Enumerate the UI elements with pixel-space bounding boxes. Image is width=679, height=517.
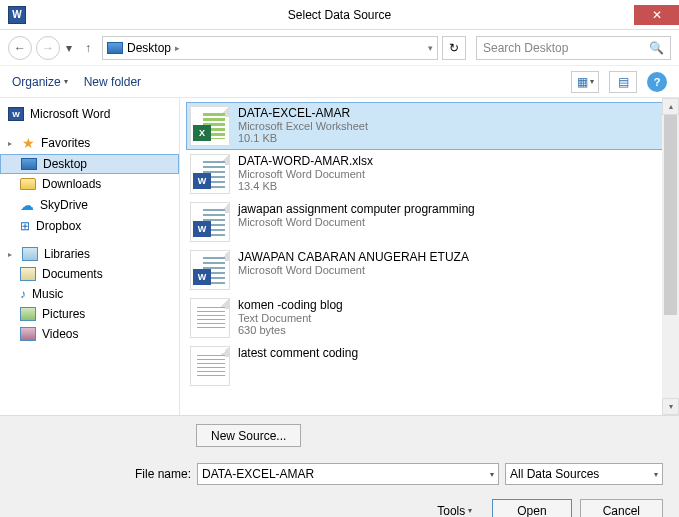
sidebar-item-label: Downloads: [42, 177, 101, 191]
txt-file-icon: [190, 298, 230, 338]
view-mode-button[interactable]: ▦ ▾: [571, 71, 599, 93]
documents-icon: [20, 267, 36, 281]
filename-value: DATA-EXCEL-AMAR: [202, 467, 314, 481]
sidebar-item-word[interactable]: W Microsoft Word: [0, 104, 179, 124]
sidebar-item-label: Microsoft Word: [30, 107, 110, 121]
sidebar-item-pictures[interactable]: Pictures: [0, 304, 179, 324]
sidebar-item-label: Music: [32, 287, 63, 301]
file-type: Microsoft Word Document: [238, 168, 373, 180]
file-name: DATA-WORD-AMAR.xlsx: [238, 154, 373, 168]
navbar: ← → ▾ ↑ Desktop ▸ ▾ ↻ Search Desktop 🔍: [0, 30, 679, 66]
videos-icon: [20, 327, 36, 341]
tools-menu[interactable]: Tools ▾: [437, 504, 472, 518]
search-input[interactable]: Search Desktop 🔍: [476, 36, 671, 60]
scrollbar[interactable]: ▴ ▾: [662, 98, 679, 415]
file-name: JAWAPAN CABARAN ANUGERAH ETUZA: [238, 250, 469, 264]
scroll-track[interactable]: [662, 115, 679, 398]
history-dropdown[interactable]: ▾: [64, 41, 74, 55]
sidebar-item-label: Videos: [42, 327, 78, 341]
sidebar-item-documents[interactable]: Documents: [0, 264, 179, 284]
filename-label: File name:: [16, 467, 191, 481]
sidebar-header-label: Libraries: [44, 247, 90, 261]
breadcrumb[interactable]: Desktop ▸ ▾: [102, 36, 438, 60]
desktop-icon: [21, 158, 37, 170]
excel-file-icon: X: [190, 106, 230, 146]
filter-value: All Data Sources: [510, 467, 599, 481]
file-item[interactable]: latest comment coding: [186, 342, 673, 390]
breadcrumb-label: Desktop: [127, 41, 171, 55]
cancel-button[interactable]: Cancel: [580, 499, 663, 517]
sidebar-item-dropbox[interactable]: ⊞ Dropbox: [0, 216, 179, 236]
scroll-thumb[interactable]: [664, 115, 677, 315]
open-button[interactable]: Open: [492, 499, 571, 517]
view-icon: ▦: [577, 75, 588, 89]
back-button[interactable]: ←: [8, 36, 32, 60]
file-item[interactable]: komen -coding blogText Document630 bytes: [186, 294, 673, 342]
chevron-down-icon[interactable]: ▾: [490, 470, 494, 479]
file-item[interactable]: XDATA-EXCEL-AMARMicrosoft Excel Workshee…: [186, 102, 673, 150]
sidebar-item-downloads[interactable]: Downloads: [0, 174, 179, 194]
file-name: komen -coding blog: [238, 298, 343, 312]
search-placeholder: Search Desktop: [483, 41, 568, 55]
titlebar: W Select Data Source ✕: [0, 0, 679, 30]
sidebar-header-label: Favorites: [41, 136, 90, 150]
file-size: 13.4 KB: [238, 180, 373, 192]
help-button[interactable]: ?: [647, 72, 667, 92]
file-type: Microsoft Word Document: [238, 264, 469, 276]
txt-file-icon: [190, 346, 230, 386]
scroll-down-button[interactable]: ▾: [662, 398, 679, 415]
collapse-icon: ▸: [8, 139, 16, 148]
sidebar-libraries-header[interactable]: ▸ Libraries: [0, 244, 179, 264]
libraries-icon: [22, 247, 38, 261]
file-type: Text Document: [238, 312, 343, 324]
collapse-icon: ▸: [8, 250, 16, 259]
organize-label: Organize: [12, 75, 61, 89]
file-name: latest comment coding: [238, 346, 358, 360]
sidebar-item-label: SkyDrive: [40, 198, 88, 212]
organize-menu[interactable]: Organize ▾: [12, 75, 68, 89]
sidebar-item-desktop[interactable]: Desktop: [0, 154, 179, 174]
sidebar-item-label: Dropbox: [36, 219, 81, 233]
file-item[interactable]: WJAWAPAN CABARAN ANUGERAH ETUZAMicrosoft…: [186, 246, 673, 294]
file-item[interactable]: WDATA-WORD-AMAR.xlsxMicrosoft Word Docum…: [186, 150, 673, 198]
star-icon: ★: [22, 135, 35, 151]
sidebar-item-label: Documents: [42, 267, 103, 281]
folder-icon: [20, 178, 36, 190]
forward-button[interactable]: →: [36, 36, 60, 60]
chevron-down-icon: ▾: [64, 77, 68, 86]
sidebar: W Microsoft Word ▸ ★ Favorites Desktop D…: [0, 98, 180, 415]
new-folder-button[interactable]: New folder: [84, 75, 141, 89]
up-button[interactable]: ↑: [78, 41, 98, 55]
preview-pane-button[interactable]: ▤: [609, 71, 637, 93]
word-file-icon: W: [190, 154, 230, 194]
chevron-down-icon: ▾: [590, 77, 594, 86]
sidebar-item-label: Desktop: [43, 157, 87, 171]
file-size: 10.1 KB: [238, 132, 368, 144]
file-type-filter[interactable]: All Data Sources ▾: [505, 463, 663, 485]
sidebar-item-videos[interactable]: Videos: [0, 324, 179, 344]
dropbox-icon: ⊞: [20, 219, 30, 233]
sidebar-item-music[interactable]: ♪ Music: [0, 284, 179, 304]
scroll-up-button[interactable]: ▴: [662, 98, 679, 115]
file-type: Microsoft Excel Worksheet: [238, 120, 368, 132]
breadcrumb-dropdown[interactable]: ▾: [428, 43, 433, 53]
breadcrumb-sep[interactable]: ▸: [175, 43, 180, 53]
refresh-button[interactable]: ↻: [442, 36, 466, 60]
chevron-down-icon[interactable]: ▾: [654, 470, 658, 479]
search-icon: 🔍: [649, 41, 664, 55]
sidebar-favorites-header[interactable]: ▸ ★ Favorites: [0, 132, 179, 154]
toolbar: Organize ▾ New folder ▦ ▾ ▤ ?: [0, 66, 679, 98]
filename-input[interactable]: DATA-EXCEL-AMAR ▾: [197, 463, 499, 485]
file-name: DATA-EXCEL-AMAR: [238, 106, 368, 120]
file-item[interactable]: Wjawapan assignment computer programming…: [186, 198, 673, 246]
tools-label: Tools: [437, 504, 465, 518]
file-name: jawapan assignment computer programming: [238, 202, 475, 216]
word-file-icon: W: [190, 250, 230, 290]
new-source-button[interactable]: New Source...: [196, 424, 301, 447]
chevron-down-icon: ▾: [468, 506, 472, 515]
file-size: 630 bytes: [238, 324, 343, 336]
file-list: XDATA-EXCEL-AMARMicrosoft Excel Workshee…: [180, 98, 679, 415]
sidebar-item-skydrive[interactable]: ☁ SkyDrive: [0, 194, 179, 216]
file-type: Microsoft Word Document: [238, 216, 475, 228]
dialog-title: Select Data Source: [0, 8, 679, 22]
